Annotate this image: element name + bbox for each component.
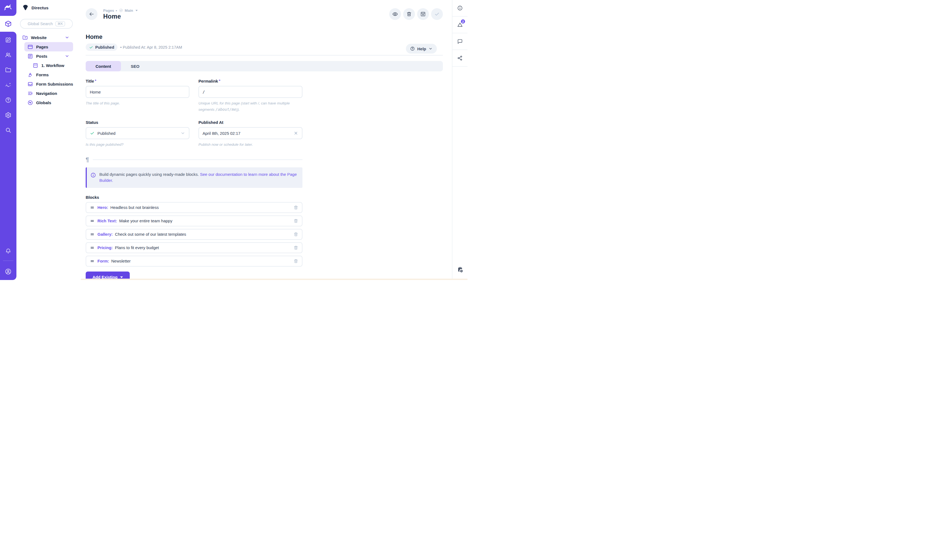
field-title: Title* The title of this page.	[86, 79, 190, 112]
status-row: Published • Published At: Apr 8, 2025 2:…	[86, 43, 443, 51]
folder-star-icon	[22, 35, 28, 40]
sidebar-item-website[interactable]: Website	[16, 33, 76, 42]
module-search[interactable]	[0, 123, 16, 137]
sidebar-item-forms[interactable]: Forms	[16, 70, 76, 79]
trash-icon[interactable]	[293, 232, 298, 237]
flows-badge: 2	[460, 19, 466, 24]
archive-down-icon	[420, 11, 426, 17]
published-at-note: Publish now or schedule for later.	[198, 142, 302, 148]
module-files[interactable]	[0, 62, 16, 77]
revisions-sidebar-button[interactable]	[452, 259, 468, 280]
trash-icon[interactable]	[293, 258, 298, 264]
sidebar-item-navigation[interactable]: Navigation	[16, 89, 76, 98]
caret-down-icon[interactable]	[136, 10, 138, 11]
delete-button[interactable]	[403, 8, 415, 20]
block-row-rich-text[interactable]: Rich Text: Make your entire team happy	[86, 215, 302, 226]
breadcrumb-collection[interactable]: Pages	[103, 8, 114, 12]
title-input[interactable]	[86, 86, 190, 98]
title-label: Title*	[86, 79, 190, 83]
block-text: Plans to fit every budget	[115, 245, 159, 250]
drag-handle-icon[interactable]	[90, 245, 95, 250]
module-insights[interactable]	[0, 77, 16, 92]
published-at-label: Published At	[198, 120, 302, 125]
published-at-value: April 8th, 2025 02:17	[202, 131, 240, 135]
account-circle-icon	[5, 268, 12, 275]
preview-button[interactable]	[389, 8, 401, 20]
drag-handle-icon[interactable]	[90, 232, 95, 237]
sidebar-item-form-submissions[interactable]: Form Submissions	[16, 79, 76, 89]
module-docs[interactable]	[0, 92, 16, 108]
question-circle-icon	[410, 46, 415, 51]
archive-button[interactable]	[417, 8, 429, 20]
required-marker: *	[219, 79, 220, 83]
page-form: Title* The title of this page. Permalink…	[86, 79, 302, 148]
help-button[interactable]: Help	[406, 44, 437, 54]
directus-logo[interactable]	[0, 0, 16, 16]
breadcrumb[interactable]: Pages • Main	[103, 8, 138, 12]
block-row-hero[interactable]: Hero: Headless but not brainless	[86, 202, 302, 213]
divider-line	[93, 159, 302, 160]
chevron-down-icon[interactable]	[65, 54, 69, 58]
drag-handle-icon[interactable]	[90, 218, 95, 223]
permalink-label: Permalink*	[198, 79, 302, 83]
browser-window-icon	[27, 44, 33, 50]
list-indent-icon	[27, 91, 33, 96]
global-search-input[interactable]: Global Search ⌘K	[20, 19, 73, 29]
check-icon	[89, 45, 93, 49]
block-text: Check out some of our latest templates	[115, 232, 186, 237]
sidebar-item-workflow[interactable]: 1. Workflow	[16, 61, 76, 70]
module-settings[interactable]	[0, 108, 16, 123]
save-button[interactable]	[431, 8, 443, 20]
tab-seo[interactable]: SEO	[121, 61, 150, 71]
trash-icon[interactable]	[293, 245, 298, 250]
breadcrumb-separator: •	[116, 8, 117, 12]
close-icon[interactable]	[293, 131, 298, 135]
back-button[interactable]	[86, 8, 97, 20]
drag-handle-icon[interactable]	[90, 205, 95, 210]
sparkles-wave-icon	[5, 82, 11, 88]
notifications-button[interactable]	[0, 243, 16, 258]
module-users[interactable]	[0, 47, 16, 62]
main-area: Pages • Main Home Help	[76, 0, 452, 280]
box-icon	[5, 20, 12, 27]
sidebar-item-pages[interactable]: Pages	[25, 42, 73, 51]
trash-icon[interactable]	[293, 218, 298, 223]
field-status: Status Published Is this page published?	[86, 120, 190, 148]
tab-content[interactable]: Content	[86, 61, 121, 71]
sidebar-item-label: 1. Workflow	[41, 63, 64, 68]
status-select[interactable]: Published	[86, 127, 190, 139]
module-content[interactable]	[0, 16, 16, 32]
help-label: Help	[417, 46, 426, 51]
sidebar-item-globals[interactable]: Globals	[16, 98, 76, 107]
published-at-input[interactable]: April 8th, 2025 02:17	[198, 127, 302, 139]
flows-sidebar-button[interactable]: 2	[452, 17, 468, 33]
chevron-down-icon	[428, 46, 433, 51]
account-button[interactable]	[0, 263, 16, 280]
drag-handle-icon[interactable]	[90, 258, 95, 264]
sidebar-item-posts[interactable]: Posts	[16, 51, 76, 61]
info-banner: Build dynamic pages quickly using ready-…	[86, 167, 302, 188]
info-sidebar-button[interactable]	[452, 0, 468, 17]
check-icon	[434, 11, 440, 17]
comments-sidebar-button[interactable]	[452, 33, 468, 50]
block-text: Make your entire team happy	[119, 218, 172, 223]
block-row-pricing[interactable]: Pricing: Plans to fit every budget	[86, 242, 302, 253]
title-note: The title of this page.	[86, 100, 190, 106]
project-header[interactable]: Directus	[16, 0, 76, 16]
block-row-form[interactable]: Form: Newsletter	[86, 256, 302, 266]
chevron-down-icon[interactable]	[65, 35, 69, 40]
field-published-at: Published At April 8th, 2025 02:17 Publi…	[198, 120, 302, 148]
banner-text: Build dynamic pages quickly using ready-…	[99, 171, 297, 184]
document-content: Help Home Published • Published At: Apr …	[76, 26, 452, 280]
search-kbd-shortcut: ⌘K	[55, 21, 65, 26]
block-row-gallery[interactable]: Gallery: Check out some of our latest te…	[86, 229, 302, 240]
version-icon	[119, 8, 123, 12]
trash-icon[interactable]	[293, 205, 298, 210]
version-label[interactable]: Main	[125, 8, 133, 12]
sidebar-item-label: Website	[31, 35, 46, 40]
permalink-input[interactable]	[198, 86, 302, 98]
module-editor[interactable]	[0, 32, 16, 47]
share-sidebar-button[interactable]	[452, 50, 468, 67]
clipboard-clock-icon	[457, 266, 463, 273]
block-type: Hero:	[97, 205, 108, 210]
